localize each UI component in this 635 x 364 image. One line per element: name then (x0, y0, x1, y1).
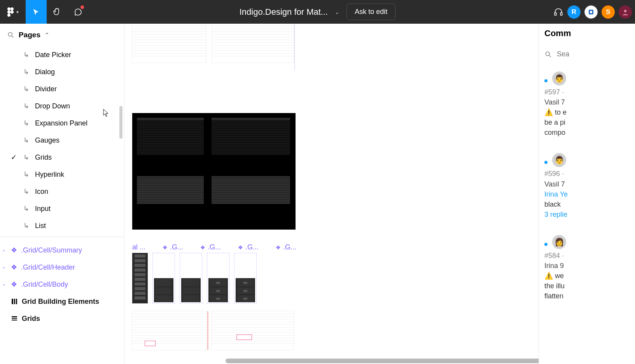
canvas-artboard[interactable] (212, 24, 294, 63)
page-item-gauges[interactable]: ↳Gauges (0, 132, 124, 149)
component-frame[interactable] (180, 253, 202, 303)
figma-logo-icon (7, 7, 14, 17)
canvas-artboard[interactable] (212, 311, 294, 350)
canvas-artboard[interactable] (132, 113, 296, 230)
svg-point-2 (7, 10, 10, 14)
search-icon[interactable] (7, 31, 15, 39)
svg-rect-16 (12, 318, 17, 319)
component-frame[interactable] (132, 253, 148, 303)
page-label: Input (35, 205, 51, 213)
component-icon: ❖ (163, 244, 168, 251)
svg-point-1 (10, 7, 14, 10)
frame-label[interactable]: ❖.G... (238, 243, 259, 251)
subpage-arrow-icon: ↳ (23, 136, 30, 145)
frame-label[interactable]: al ... (132, 243, 145, 251)
top-toolbar: ▾ Indigo.Design for Mat... ⌄ Ask to edit… (0, 0, 635, 24)
expand-triangle-icon[interactable]: ▸ (3, 265, 7, 270)
layer-row[interactable]: ▸❖.Grid/Cell/Body (0, 276, 124, 293)
layer-row[interactable]: ▸❖.Grid/Cell/Summary (0, 242, 124, 259)
page-item-list[interactable]: ↳List (0, 217, 124, 234)
layer-row[interactable]: Grids (0, 310, 124, 327)
page-label: Expansion Panel (35, 119, 87, 127)
page-item-drop-down[interactable]: ↳Drop Down (0, 98, 124, 115)
comment-author: Irina 9 (544, 261, 566, 271)
unread-dot-icon (544, 243, 548, 246)
subpage-arrow-icon: ↳ (23, 51, 30, 59)
comment-id: #596 · (544, 169, 568, 179)
subpage-arrow-icon: ↳ (23, 119, 30, 127)
component-frame[interactable] (234, 253, 257, 303)
avatar[interactable]: S (602, 5, 615, 19)
guide-vertical (208, 311, 208, 350)
expand-triangle-icon[interactable]: ▸ (3, 248, 7, 253)
svg-line-19 (549, 55, 551, 57)
hand-tool-button[interactable] (47, 0, 68, 24)
scrollbar-horizontal[interactable] (226, 359, 539, 363)
left-panel: Pages ⌃ ↳Date Picker↳Dialog↳Divider↳Drop… (0, 24, 124, 364)
comment-text: ⚠️ to e (544, 107, 567, 117)
avatar[interactable] (619, 5, 632, 19)
frame-label[interactable]: ❖.G... (200, 243, 221, 251)
check-icon: ✓ (9, 153, 18, 162)
frame-label[interactable]: ❖.G... (276, 243, 296, 251)
page-item-expansion-panel[interactable]: ↳Expansion Panel (0, 115, 124, 132)
svg-rect-6 (560, 12, 562, 16)
grid-thumb (135, 174, 205, 225)
svg-rect-15 (12, 316, 17, 317)
unread-dot-icon (544, 79, 548, 82)
headphones-icon[interactable] (553, 7, 563, 17)
svg-line-11 (12, 36, 14, 38)
pages-header: Pages ⌃ (0, 24, 124, 44)
comment-card[interactable]: 👩#584 ·Irina 9⚠️ wethe illuflatten (544, 235, 635, 301)
page-item-input[interactable]: ↳Input (0, 200, 124, 217)
main-menu-button[interactable]: ▾ (0, 0, 26, 24)
component-frame[interactable] (152, 253, 175, 303)
pages-label[interactable]: Pages (19, 31, 40, 39)
comment-author: Vasil 7 (544, 179, 568, 189)
avatar[interactable] (584, 5, 598, 19)
comment-text: be a pi (544, 117, 567, 127)
person-icon (621, 8, 629, 16)
layer-label: Grids (22, 315, 40, 323)
component-icon: ❖ (11, 263, 17, 272)
move-tool-button[interactable] (26, 0, 47, 24)
component-icon: ❖ (238, 244, 243, 251)
page-item-grids[interactable]: ✓↳Grids (0, 149, 124, 166)
page-label: Divider (35, 85, 57, 93)
page-label: Grids (35, 153, 52, 162)
canvas-artboard[interactable] (132, 24, 206, 63)
svg-point-18 (546, 52, 549, 56)
expand-triangle-icon[interactable]: ▸ (3, 282, 7, 287)
chevron-up-icon[interactable]: ⌃ (44, 31, 49, 39)
comments-panel-title: Comm (544, 28, 635, 38)
canvas-artboard[interactable] (132, 311, 206, 350)
page-item-hyperlink[interactable]: ↳Hyperlink (0, 166, 124, 183)
component-frame[interactable] (207, 253, 229, 303)
page-item-icon[interactable]: ↳Icon (0, 183, 124, 200)
search-icon[interactable] (544, 51, 552, 58)
layer-row[interactable]: ▸❖.Grid/Cell/Header (0, 259, 124, 276)
layer-label: .Grid/Cell/Summary (21, 246, 82, 254)
comment-tool-button[interactable] (68, 0, 89, 24)
comments-search-input[interactable] (557, 50, 580, 58)
scrollbar-thumb[interactable] (119, 106, 122, 139)
page-label: Dialog (35, 68, 55, 76)
grid-thumb (135, 116, 205, 167)
avatar[interactable]: 👨 (552, 71, 566, 85)
page-item-dialog[interactable]: ↳Dialog (0, 63, 124, 80)
canvas[interactable]: al ... ❖.G... ❖.G... ❖.G... ❖.G... (124, 24, 539, 364)
frame-label[interactable]: ❖.G... (163, 243, 183, 251)
document-title[interactable]: Indigo.Design for Mat... (240, 7, 328, 17)
chevron-down-icon[interactable]: ⌄ (335, 9, 339, 15)
comment-mention[interactable]: Irina Ye (544, 189, 568, 199)
ask-to-edit-button[interactable]: Ask to edit (346, 3, 395, 20)
avatar[interactable]: 👩 (552, 235, 566, 249)
layer-row[interactable]: Grid Building Elements (0, 293, 124, 310)
comment-card[interactable]: 👨#597 ·Vasil 7⚠️ to ebe a picompo (544, 71, 635, 138)
comment-card[interactable]: 👨#596 ·Vasil 7Irina Yeblack3 replie (544, 153, 635, 219)
avatar[interactable]: 👨 (552, 153, 566, 167)
avatar[interactable]: R (567, 5, 581, 19)
comment-replies-link[interactable]: 3 replie (544, 209, 568, 219)
page-item-date-picker[interactable]: ↳Date Picker (0, 46, 124, 63)
page-item-divider[interactable]: ↳Divider (0, 80, 124, 98)
